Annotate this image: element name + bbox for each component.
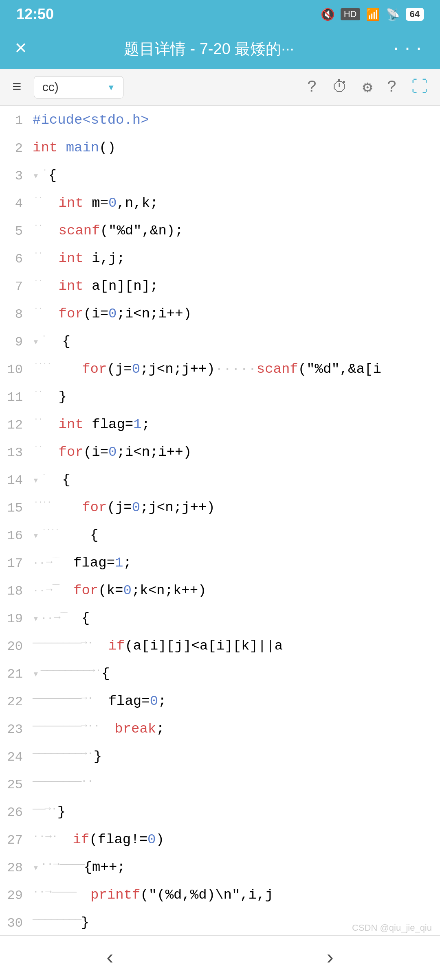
fold-icon: ▾ [33,609,39,625]
line-code: for(j=0;j<n;j++) [53,498,440,515]
line-number: 13 [0,443,33,460]
line-number: 2 [0,138,33,156]
code-line-12: 12 ·· int flag=1; [0,414,440,442]
back-button[interactable]: ‹ [79,938,141,978]
code-line-18: 18 ·· → —— for(k=0;k<n;k++) [0,580,440,608]
line-code: int flag=1; [44,415,440,432]
toolbar: ≡ cc) ▾ ? ⏱ ⚙ ? ⛶ [0,69,440,106]
code-line-28: 28 ▾ ··→ ———— {m++; [0,857,440,885]
code-line-6: 6 ·· int i,j; [0,248,440,276]
line-number: 30 [0,913,33,931]
fold-icon: ▾ [33,332,39,348]
history-icon[interactable]: ⏱ [332,77,348,97]
code-line-8: 8 ·· for(i=0;i<n;i++) [0,304,440,331]
line-code: for(i=0;i<n;i++) [44,443,440,460]
settings-icon[interactable]: ⚙ [363,77,372,97]
line-code: break; [100,720,440,737]
indent-dot: ·· [41,609,53,624]
line-code: if(flag!=0) [58,830,440,847]
forward-button[interactable]: › [299,938,361,978]
code-line-3: 3 ▾ · { [0,165,440,193]
status-icons: 🔇 HD 📶 📡 64 [321,8,424,21]
status-time: 12:50 [16,6,54,23]
line-number: 16 [0,526,33,543]
code-line-24: 24 ———————— →· } [0,746,440,774]
bottom-nav: ‹ › [0,935,440,980]
code-line-19: 19 ▾ ·· → —— { [0,608,440,636]
line-number: 25 [0,775,33,792]
line-code: int m=0,n,k; [44,194,440,211]
toolbar-actions: ? ⏱ ⚙ ? ⛶ [307,77,428,97]
line-number: 9 [0,332,33,350]
line-code: int i,j; [44,249,440,266]
language-label: cc) [42,80,59,94]
code-line-4: 4 ·· int m=0,n,k; [0,193,440,221]
code-line-13: 13 ·· for(i=0;i<n;i++) [0,442,440,470]
line-code: { [47,332,440,349]
title-bar: × 题目详情 - 7-20 最矮的··· ··· [0,28,440,69]
line-code: { [61,526,440,543]
indent-dot: ·· [33,581,45,597]
code-line-25: 25 ———————— ·· [0,774,440,802]
wifi-icon: 📡 [386,8,400,21]
mute-icon: 🔇 [321,8,335,21]
more-button[interactable]: ··· [391,40,425,58]
line-code: } [94,747,440,764]
fold-icon: ▾ [33,470,39,487]
battery-level: 64 [406,8,424,21]
line-code: printf("(%d,%d)\n",i,j [76,886,440,903]
line-code: { [101,664,440,681]
fullscreen-icon[interactable]: ⛶ [411,77,428,97]
line-number: 29 [0,886,33,903]
code-line-9: 9 ▾ · { [0,331,440,359]
line-code: scanf("%d",&n); [44,221,440,238]
line-code: } [57,803,440,820]
line-code: #icude<stdo.h> [33,111,440,128]
line-code: for(i=0;i<n;i++) [44,304,440,322]
line-number: 18 [0,581,33,599]
code-line-2: 2 int main() [0,138,440,165]
code-line-10: 10 ···· for(j=0;j<n;j++)·····scanf("%d",… [0,359,440,387]
code-line-17: 17 ·· → —— flag=1; [0,553,440,580]
language-select[interactable]: cc) ▾ [34,76,123,98]
code-line-11: 11 ·· } [0,387,440,414]
page-title: 题目详情 - 7-20 最矮的··· [124,39,294,59]
code-line-22: 22 ———————— →· flag=0; [0,691,440,719]
line-number: 24 [0,747,33,765]
indent-dot: ·· [33,553,45,569]
hd-badge: HD [341,8,360,20]
line-code: flag=0; [94,692,440,709]
fold-icon: ▾ [33,664,39,680]
line-number: 4 [0,194,33,211]
line-number: 19 [0,609,33,626]
code-line-1: 1 #icude<stdo.h> [0,110,440,138]
line-number: 11 [0,387,33,405]
line-number: 8 [0,304,33,322]
menu-icon[interactable]: ≡ [12,79,22,96]
line-number: 12 [0,415,33,433]
help-icon[interactable]: ? [307,78,317,96]
line-number: 17 [0,553,33,571]
code-line-20: 20 ———————— →· if(a[i][j]<a[i][k]||a [0,636,440,663]
line-number: 26 [0,803,33,820]
fold-icon: ▾ [33,166,39,182]
code-line-16: 16 ▾ ···· { [0,525,440,553]
line-number: 14 [0,470,33,488]
line-number: 1 [0,111,33,128]
code-line-23: 23 ———————— →·· break; [0,719,440,746]
code-line-7: 7 ·· int a[n][n]; [0,276,440,304]
chevron-down-icon: ▾ [108,80,115,95]
line-code: } [44,387,440,405]
line-code: flag=1; [59,553,440,571]
code-line-14: 14 ▾ · { [0,470,440,497]
signal-icon: 📶 [366,8,380,21]
line-number: 6 [0,249,33,267]
info-icon[interactable]: ? [387,78,397,96]
line-code: for(j=0;j<n;j++)·····scanf("%d",&a[i [53,360,440,377]
line-code: for(k=0;k<n;k++) [59,581,440,598]
status-bar: 12:50 🔇 HD 📶 📡 64 [0,0,440,28]
line-number: 23 [0,720,33,737]
close-button[interactable]: × [15,37,27,61]
code-line-29: 29 ··→ ———— printf("(%d,%d)\n",i,j [0,885,440,912]
line-number: 3 [0,166,33,184]
